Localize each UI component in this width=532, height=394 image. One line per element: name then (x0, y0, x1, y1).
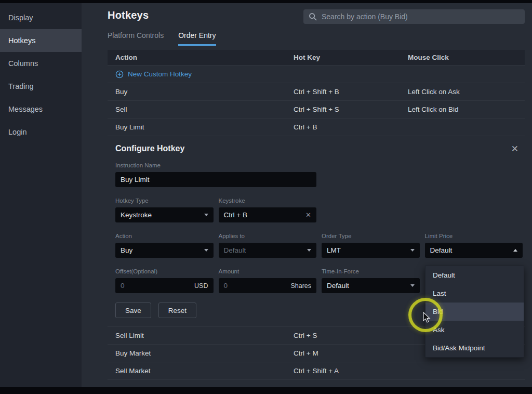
keystroke-input[interactable]: Ctrl + B ✕ (219, 207, 317, 222)
limit-price-label: Limit Price (425, 233, 523, 239)
keystroke-field: Keystroke Ctrl + B ✕ (219, 198, 317, 222)
table-row[interactable]: Buy Limit Ctrl + B (108, 119, 525, 136)
search-box[interactable] (303, 9, 525, 24)
hotkey-type-value: Keystroke (121, 211, 152, 219)
order-type-value: LMT (327, 246, 341, 254)
time-in-force-select[interactable]: Default (322, 278, 420, 293)
search-icon (309, 12, 317, 21)
table-row[interactable]: Sell Ctrl + Shift + S Left Click on Bid (108, 101, 525, 119)
offset-field: Offset(Optional) 0 USD (115, 268, 214, 293)
limit-price-select[interactable]: Default (425, 243, 523, 258)
amount-placeholder: 0 (224, 282, 228, 290)
dropdown-option-default[interactable]: Default (425, 266, 524, 284)
dropdown-option-ask[interactable]: Ask (425, 321, 524, 339)
cell-hotkey: Ctrl + Shift + A (294, 367, 408, 375)
applies-to-select[interactable]: Default (219, 243, 317, 258)
amount-suffix: Shares (290, 282, 311, 290)
applies-to-label: Applies to (219, 233, 317, 239)
cell-action: Sell Limit (108, 332, 294, 339)
sidebar-item-messages[interactable]: Messages (0, 98, 82, 121)
action-field: Action Buy (115, 233, 214, 258)
app-window: Display Hotkeys Columns Trading Messages… (0, 0, 532, 394)
sidebar-item-trading[interactable]: Trading (0, 75, 82, 98)
instruction-name-label: Instruction Name (115, 162, 316, 168)
limit-price-field: Limit Price Default (425, 233, 523, 258)
table-header-row: Action Hot Key Mouse Click (108, 50, 525, 65)
amount-input[interactable]: 0 Shares (219, 278, 317, 293)
chevron-down-icon (410, 284, 415, 287)
sidebar-item-login[interactable]: Login (0, 121, 82, 143)
close-icon[interactable]: ✕ (507, 143, 523, 154)
cell-mouse-click: Left Click on Bid (408, 106, 525, 113)
offset-suffix: USD (194, 282, 208, 290)
instruction-name-input[interactable] (121, 176, 311, 183)
sidebar-item-label: Hotkeys (8, 36, 35, 45)
order-type-field: Order Type LMT (322, 233, 420, 258)
table-row[interactable]: Sell Market Ctrl + Shift + A (108, 362, 525, 380)
tab-bar: Platform Controls Order Entry (108, 31, 525, 46)
dropdown-option-last[interactable]: Last (425, 284, 524, 303)
sidebar-item-label: Trading (8, 82, 34, 90)
sidebar-item-columns[interactable]: Columns (0, 52, 82, 75)
time-in-force-label: Time-In-Force (322, 268, 420, 274)
page-title: Hotkeys (108, 9, 149, 21)
sidebar-item-label: Columns (8, 59, 38, 68)
configure-panel-title: Configure Hotkey (115, 144, 184, 153)
tab-platform-controls[interactable]: Platform Controls (108, 31, 164, 46)
time-in-force-value: Default (327, 282, 349, 290)
sidebar-item-label: Display (8, 14, 33, 22)
chevron-down-icon (410, 249, 415, 252)
sidebar: Display Hotkeys Columns Trading Messages… (0, 3, 82, 387)
cell-action: Sell Market (108, 367, 294, 375)
cell-action: Buy Limit (108, 123, 294, 131)
limit-price-value: Default (430, 246, 453, 254)
applies-to-field: Applies to Default (219, 233, 317, 258)
reset-button[interactable]: Reset (158, 303, 196, 318)
sidebar-item-hotkeys[interactable]: Hotkeys (0, 29, 82, 52)
cell-action: Buy (108, 88, 294, 96)
amount-label: Amount (219, 268, 317, 274)
sidebar-item-display[interactable]: Display (0, 6, 82, 29)
table-row[interactable]: Buy Ctrl + Shift + B Left Click on Ask (108, 83, 525, 101)
dropdown-option-bid-ask-midpoint[interactable]: Bid/Ask Midpoint (425, 339, 524, 357)
search-input[interactable] (322, 12, 520, 21)
chevron-down-icon (204, 214, 208, 216)
limit-price-dropdown-menu: Default Last Bid Ask Bid/Ask Midpoint (425, 266, 524, 358)
cell-hotkey: Ctrl + Shift + B (294, 88, 408, 96)
save-button[interactable]: Save (115, 303, 151, 318)
amount-field: Amount 0 Shares (219, 268, 317, 293)
cell-action: Buy Market (108, 349, 294, 357)
action-value: Buy (121, 246, 132, 254)
offset-label: Offset(Optional) (115, 268, 214, 274)
hotkey-type-field: Hotkey Type Keystroke (115, 198, 214, 222)
order-type-select[interactable]: LMT (322, 243, 420, 258)
sidebar-item-label: Messages (8, 105, 43, 113)
tab-order-entry[interactable]: Order Entry (178, 31, 216, 46)
order-type-label: Order Type (322, 233, 420, 239)
sidebar-item-label: Login (8, 128, 26, 136)
hotkey-type-label: Hotkey Type (115, 198, 214, 204)
column-header-hotkey: Hot Key (294, 54, 408, 61)
time-in-force-field: Time-In-Force Default (322, 268, 420, 293)
plus-circle-icon (115, 70, 124, 78)
keystroke-value: Ctrl + B (224, 211, 247, 219)
page-header: Hotkeys (108, 9, 525, 26)
offset-input[interactable]: 0 USD (115, 278, 214, 293)
cell-mouse-click: Left Click on Ask (408, 88, 525, 96)
clear-icon[interactable]: ✕ (301, 211, 311, 219)
chevron-up-icon (513, 249, 517, 252)
dropdown-option-bid[interactable]: Bid (425, 303, 524, 321)
action-select[interactable]: Buy (115, 243, 214, 258)
new-custom-hotkey-label: New Custom Hotkey (128, 70, 192, 78)
cell-hotkey: Ctrl + S (294, 332, 408, 339)
applies-to-value: Default (224, 246, 246, 254)
action-label: Action (115, 233, 214, 239)
column-header-action: Action (108, 54, 294, 61)
new-custom-hotkey-button[interactable]: New Custom Hotkey (108, 65, 525, 83)
offset-placeholder: 0 (121, 282, 125, 290)
hotkey-type-select[interactable]: Keystroke (115, 207, 214, 222)
cell-action: Sell (108, 106, 294, 113)
chevron-down-icon (204, 249, 208, 252)
cell-hotkey: Ctrl + M (294, 349, 408, 357)
chevron-down-icon (307, 249, 311, 252)
